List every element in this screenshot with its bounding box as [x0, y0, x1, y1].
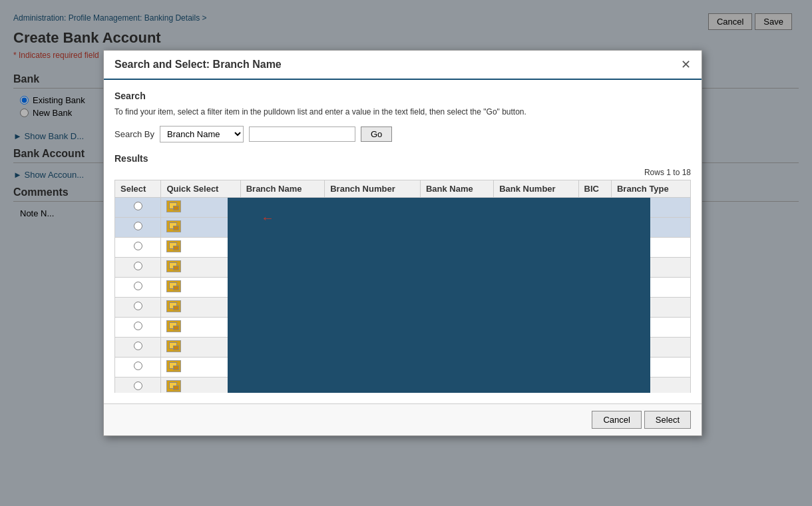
results-title: Results	[114, 153, 691, 164]
quick-select-icon[interactable]	[166, 240, 181, 252]
search-section-title: Search	[114, 91, 691, 101]
results-table-wrapper: Select Quick Select Branch Name Branch N…	[114, 180, 691, 393]
quick-select-icon[interactable]	[166, 360, 181, 372]
data-redaction-overlay	[228, 198, 650, 393]
col-select: Select	[115, 180, 161, 197]
search-description: To find your item, select a filter item …	[114, 107, 691, 118]
go-button[interactable]: Go	[361, 126, 392, 142]
col-bic: BIC	[578, 180, 611, 197]
col-branch-type: Branch Type	[611, 180, 690, 197]
table-header-row: Select Quick Select Branch Name Branch N…	[115, 180, 691, 197]
col-bank-number: Bank Number	[494, 180, 578, 197]
row-select-cell[interactable]	[115, 217, 161, 237]
modal-dialog: Search and Select: Branch Name ✕ Search …	[103, 50, 702, 436]
quick-select-icon[interactable]	[166, 280, 181, 292]
col-bank-name: Bank Name	[420, 180, 493, 197]
quick-select-icon[interactable]	[166, 320, 181, 332]
col-quick-select: Quick Select	[161, 180, 240, 197]
arrow-indicator: ←	[261, 210, 274, 226]
modal-header: Search and Select: Branch Name ✕	[104, 51, 702, 80]
col-branch-name: Branch Name	[240, 180, 325, 197]
quick-select-icon[interactable]	[166, 380, 181, 392]
search-by-select[interactable]: Branch Name Branch Number Bank Name Bank…	[160, 126, 244, 142]
modal-cancel-button[interactable]: Cancel	[592, 411, 641, 429]
quick-select-icon[interactable]	[166, 260, 181, 272]
rows-info: Rows 1 to 18	[114, 168, 691, 177]
modal-footer: Cancel Select	[104, 403, 702, 435]
search-by-label: Search By	[114, 129, 154, 139]
search-row: Search By Branch Name Branch Number Bank…	[114, 126, 691, 142]
search-input[interactable]	[249, 126, 355, 142]
col-branch-number: Branch Number	[325, 180, 421, 197]
modal-title: Search and Select: Branch Name	[114, 59, 282, 71]
quick-select-icon[interactable]	[166, 300, 181, 312]
quick-select-icon[interactable]	[166, 340, 181, 352]
quick-select-icon[interactable]	[166, 220, 181, 232]
modal-close-button[interactable]: ✕	[681, 59, 691, 71]
quick-select-icon[interactable]	[166, 200, 181, 212]
row-select-cell[interactable]	[115, 197, 161, 217]
modal-select-button[interactable]: Select	[644, 411, 691, 429]
modal-body: Search To find your item, select a filte…	[104, 80, 702, 403]
